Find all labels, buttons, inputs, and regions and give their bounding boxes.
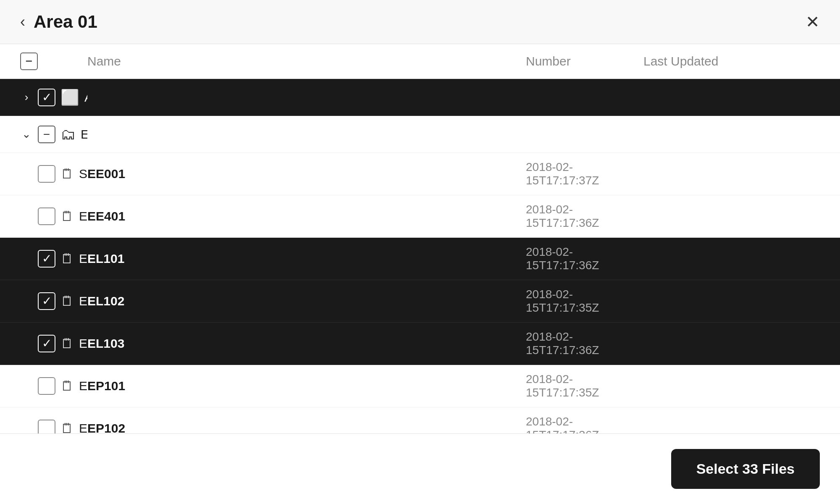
file-number-ee401: EE401 [87,209,526,223]
chevron-right-architectural[interactable]: › [20,91,33,104]
file-left-el102: ✓ 🗒 ELECTRICAL LIGHTING PLAN LEVEL 02 [20,292,87,310]
file-date-ee001: 2018-02-15T17:17:37Z [526,160,643,187]
file-label-ep101: ELECTRICAL POWER PLAN LEVEL 01 [79,379,87,393]
file-label-el102: ELECTRICAL LIGHTING PLAN LEVEL 02 [79,294,87,308]
check-icon-el103: ✓ [42,338,52,349]
checkbox-ee401[interactable] [38,207,55,225]
page-title: Area 01 [34,12,97,32]
file-number-ep102: EP102 [87,421,526,433]
file-left-ep101: 🗒 ELECTRICAL POWER PLAN LEVEL 01 [20,377,87,395]
header-left: ‹ Area 01 [20,12,97,32]
file-row-ep102: 🗒 ELECTRICAL POWER PLAN LEVEL 02 EP102 2… [0,407,840,433]
file-icon-ep102: 🗒 [60,421,74,434]
category-row-architectural: › ✓ ⬜ Architectural [0,79,840,116]
file-label-el101: ELECTRICAL LIGHTING PLAN LEVEL 01 [79,252,87,266]
modal: ‹ Area 01 ✕ − Name Number Last Updated ›… [0,0,840,504]
checkbox-el101[interactable]: ✓ [38,250,55,268]
check-icon-el101: ✓ [42,253,52,265]
file-label-el103: ELECTRICAL LIGHTING PLAN LEVEL 03 [79,336,87,351]
table-header: − Name Number Last Updated [0,44,840,79]
checkbox-electrical[interactable]: − [38,126,55,143]
file-row-ee401: 🗒 ENLARGED ELECTRICAL ROOM PLAN EE401 20… [0,195,840,238]
checkbox-architectural[interactable]: ✓ [38,89,55,106]
file-left-ee401: 🗒 ENLARGED ELECTRICAL ROOM PLAN [20,207,87,225]
chevron-down-electrical[interactable]: ⌄ [20,128,33,141]
category-left-electrical: ⌄ − 🗂 Electrical [20,126,87,143]
indeterminate-icon-electrical: − [43,129,50,140]
checkbox-ep102[interactable] [38,420,55,433]
file-label-ee401: ENLARGED ELECTRICAL ROOM PLAN [79,209,87,223]
file-icon-ee001: 🗒 [60,166,74,182]
file-row-ee001: 🗒 SHEET INDEX, ABBREVIATIONS, SCHEDULES … [0,153,840,195]
file-left-el101: ✓ 🗒 ELECTRICAL LIGHTING PLAN LEVEL 01 [20,250,87,268]
col-number-header: Number [526,54,643,68]
file-label-ee001: SHEET INDEX, ABBREVIATIONS, SCHEDULES A.… [79,167,87,181]
checkbox-ee001[interactable] [38,165,55,183]
file-number-el101: EL101 [87,252,526,266]
file-date-el103: 2018-02-15T17:17:36Z [526,330,643,357]
checkbox-el102[interactable]: ✓ [38,292,55,310]
folder-icon-architectural: ⬜ [60,89,79,106]
file-left-ep102: 🗒 ELECTRICAL POWER PLAN LEVEL 02 [20,420,87,433]
check-icon-el102: ✓ [42,295,52,307]
footer: Select 33 Files [0,433,840,504]
file-date-ep102: 2018-02-15T17:17:36Z [526,415,643,433]
select-all-checkbox[interactable]: − [20,52,38,70]
check-icon-architectural: ✓ [42,92,52,103]
folder-icon-electrical: 🗂 [60,126,76,143]
col-name-header: Name [87,54,526,68]
file-icon-ee401: 🗒 [60,209,74,224]
category-row-electrical: ⌄ − 🗂 Electrical [0,116,840,153]
file-date-ee401: 2018-02-15T17:17:36Z [526,203,643,230]
header: ‹ Area 01 ✕ [0,0,840,44]
file-icon-el103: 🗒 [60,336,74,352]
file-icon-ep101: 🗒 [60,378,74,394]
checkbox-el103[interactable]: ✓ [38,335,55,352]
file-number-el103: EL103 [87,336,526,351]
file-date-el101: 2018-02-15T17:17:36Z [526,245,643,272]
category-left-architectural: › ✓ ⬜ Architectural [20,89,87,106]
back-button[interactable]: ‹ [20,13,25,31]
file-label-ep102: ELECTRICAL POWER PLAN LEVEL 02 [79,421,87,433]
file-date-ep101: 2018-02-15T17:17:35Z [526,373,643,399]
select-files-button[interactable]: Select 33 Files [671,449,820,489]
file-left-el103: ✓ 🗒 ELECTRICAL LIGHTING PLAN LEVEL 03 [20,335,87,352]
file-row-ep101: 🗒 ELECTRICAL POWER PLAN LEVEL 01 EP101 2… [0,365,840,407]
file-list: › ✓ ⬜ Architectural ⌄ − 🗂 Electrical [0,79,840,433]
col-last-updated-header: Last Updated [643,54,820,68]
header-checkbox-cell: − [20,52,87,70]
file-left-ee001: 🗒 SHEET INDEX, ABBREVIATIONS, SCHEDULES … [20,165,87,183]
close-button[interactable]: ✕ [806,13,820,30]
file-number-ep101: EP101 [87,379,526,393]
file-row-el102: ✓ 🗒 ELECTRICAL LIGHTING PLAN LEVEL 02 EL… [0,280,840,323]
indeterminate-icon: − [26,55,32,67]
file-row-el101: ✓ 🗒 ELECTRICAL LIGHTING PLAN LEVEL 01 EL… [0,238,840,280]
file-date-el102: 2018-02-15T17:17:35Z [526,288,643,315]
category-label-architectural: Architectural [84,90,87,105]
file-icon-el102: 🗒 [60,294,74,309]
file-number-el102: EL102 [87,294,526,308]
file-number-ee001: EE001 [87,167,526,181]
checkbox-ep101[interactable] [38,377,55,395]
file-icon-el101: 🗒 [60,251,74,267]
file-row-el103: ✓ 🗒 ELECTRICAL LIGHTING PLAN LEVEL 03 EL… [0,323,840,365]
category-label-electrical: Electrical [81,127,87,142]
